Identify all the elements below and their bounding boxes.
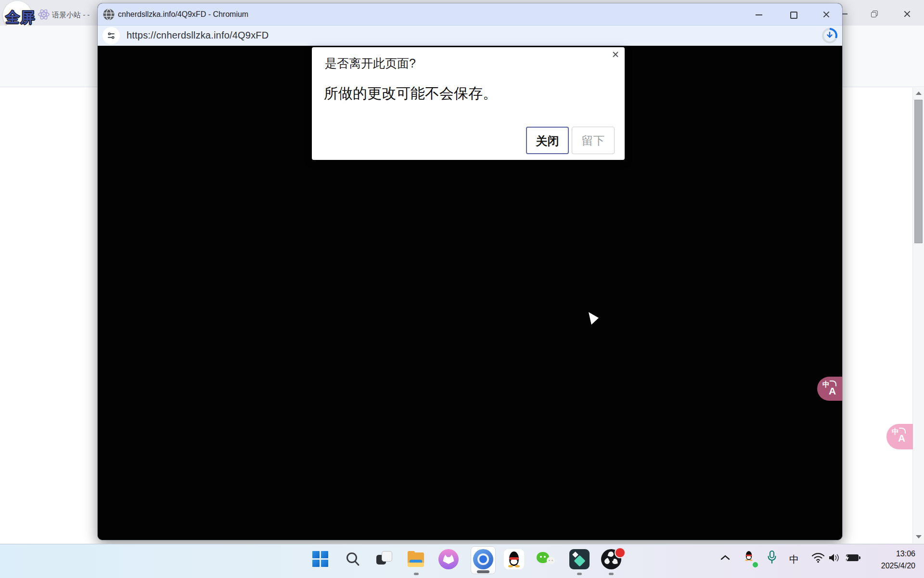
dialog-leave-button[interactable]: 关闭	[526, 127, 569, 154]
popup-window-title: cnherdsllzka.info/4Q9xFD - Chromium	[118, 10, 248, 19]
dialog-stay-button[interactable]: 留下	[572, 127, 615, 154]
dialog-title: 是否离开此页面?	[325, 55, 416, 71]
translate-button-outer[interactable]: 中 A	[886, 424, 913, 449]
bg-restore-button[interactable]	[871, 11, 878, 17]
search-icon[interactable]	[343, 549, 363, 569]
wifi-icon[interactable]	[811, 552, 825, 563]
file-explorer-icon[interactable]	[406, 549, 426, 569]
scrollbar-thumb[interactable]	[914, 100, 923, 243]
tab-title[interactable]: 语景小站 - -	[52, 11, 90, 20]
scrollbar-down-arrow[interactable]	[916, 535, 922, 539]
microphone-icon[interactable]	[767, 550, 777, 565]
running-indicator-chromium	[477, 570, 489, 573]
filmora-icon[interactable]	[569, 549, 590, 569]
chevron-up-icon[interactable]	[720, 554, 731, 561]
ime-indicator[interactable]: 中	[789, 553, 799, 566]
scrollbar-up-arrow[interactable]	[916, 92, 922, 95]
translate-button-inner[interactable]: 中 A	[817, 377, 842, 401]
download-progress-icon[interactable]	[822, 28, 837, 43]
popup-close-button[interactable]	[822, 11, 830, 18]
scrollbar[interactable]	[912, 88, 924, 543]
obs-icon[interactable]	[601, 549, 621, 569]
popup-titlebar[interactable]: cnherdsllzka.info/4Q9xFD - Chromium	[98, 3, 842, 26]
running-indicator-file-explorer	[414, 573, 419, 575]
popup-minimize-button[interactable]	[755, 11, 763, 18]
globe-favicon	[103, 8, 115, 21]
fullscreen-overlay-label[interactable]: 全屏	[5, 8, 35, 27]
url-text[interactable]: https://cnherdsllzka.info/4Q9xFD	[127, 30, 269, 41]
task-view-icon[interactable]	[374, 549, 395, 569]
leave-page-dialog: 是否离开此页面? 所做的更改可能不会保存。 关闭 留下	[312, 47, 625, 160]
recording-badge	[615, 547, 626, 558]
popup-window: cnherdsllzka.info/4Q9xFD - Chromium http…	[98, 3, 842, 540]
running-indicator-filmora	[577, 573, 582, 575]
dialog-body: 所做的更改可能不会保存。	[324, 84, 497, 104]
bg-minimize-button[interactable]	[842, 13, 847, 14]
qq-icon[interactable]	[504, 549, 524, 569]
site-settings-chip[interactable]	[103, 27, 120, 44]
clock-date: 2025/4/20	[861, 560, 915, 572]
volume-icon[interactable]	[828, 552, 840, 563]
qq-tray-icon[interactable]	[743, 550, 755, 562]
qq-status-dot	[752, 562, 758, 568]
popup-maximize-button[interactable]	[789, 11, 797, 18]
tray-clock[interactable]: 13:06 2025/4/20	[861, 548, 915, 572]
dialog-close-icon[interactable]	[612, 51, 619, 58]
running-indicator-obs	[609, 573, 614, 575]
tune-icon	[107, 31, 116, 40]
cat-app-icon[interactable]	[438, 549, 459, 569]
taskbar	[0, 544, 924, 578]
popup-urlbar: https://cnherdsllzka.info/4Q9xFD	[98, 26, 842, 46]
atom-favicon	[38, 8, 50, 21]
wechat-icon[interactable]	[536, 549, 556, 569]
bg-close-button[interactable]	[903, 10, 911, 18]
clock-time: 13:06	[861, 548, 915, 560]
windows-start-icon[interactable]	[310, 549, 331, 569]
battery-icon[interactable]	[846, 554, 860, 562]
chromium-icon[interactable]	[473, 549, 493, 569]
